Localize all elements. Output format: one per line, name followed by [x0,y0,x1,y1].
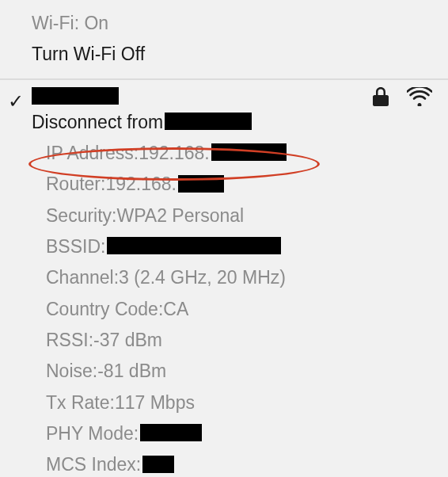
noise-value: -81 dBm [97,358,166,384]
router-label: Router [46,171,101,197]
ip-redacted [211,143,287,161]
disconnect-label: Disconnect from [32,109,163,135]
wifi-menu-header: Wi-Fi: On Turn Wi-Fi Off [0,0,448,75]
country-label: Country Code [46,296,158,322]
bssid-row: BSSID [0,231,448,262]
noise-label: Noise [46,358,93,384]
channel-label: Channel [46,265,114,291]
network-status-icons [372,86,432,107]
country-code-row: Country Code CA [0,294,448,325]
mcs-redacted [142,456,174,473]
bssid-redacted [107,237,281,254]
router-value: 192.168. [105,171,177,197]
bssid-label: BSSID [46,234,101,260]
current-network-row[interactable]: ✓ [0,85,448,107]
ip-value: 192.168. [139,140,210,166]
noise-row: Noise -81 dBm [0,356,448,387]
lock-icon [372,86,389,107]
phy-mode-row: PHY Mode [0,418,448,449]
security-label: Security [46,203,112,229]
security-value: WPA2 Personal [116,203,244,229]
wifi-status-text: Wi-Fi: On [32,10,108,36]
rssi-row: RSSI -37 dBm [0,325,448,356]
wifi-status-row: Wi-Fi: On [0,8,448,39]
tx-rate-row: Tx Rate 117 Mbps [0,387,448,418]
channel-row: Channel 3 (2.4 GHz, 20 MHz) [0,262,448,293]
rssi-label: RSSI [46,327,89,353]
ip-label: IP Address [46,140,134,166]
turn-wifi-off-label: Turn Wi-Fi Off [32,41,145,67]
mcs-label: MCS Index [46,452,136,477]
country-value: CA [163,296,188,322]
router-redacted [178,175,224,193]
menu-divider [0,78,448,80]
mcs-index-row: MCS Index [0,449,448,477]
disconnect-row[interactable]: Disconnect from [0,107,448,138]
channel-value: 3 (2.4 GHz, 20 MHz) [119,265,286,291]
router-row: Router 192.168. [0,169,448,200]
rssi-value: -37 dBm [93,327,162,353]
txrate-label: Tx Rate [46,390,110,416]
network-name-redacted [32,87,119,105]
turn-wifi-off-button[interactable]: Turn Wi-Fi Off [0,39,448,70]
txrate-value: 117 Mbps [115,390,195,416]
phy-redacted [140,424,202,441]
security-row: Security WPA2 Personal [0,200,448,231]
ip-address-row: IP Address 192.168. [0,138,448,169]
disconnect-network-redacted [165,113,252,130]
wifi-signal-icon [407,87,432,106]
phy-label: PHY Mode [46,421,134,447]
